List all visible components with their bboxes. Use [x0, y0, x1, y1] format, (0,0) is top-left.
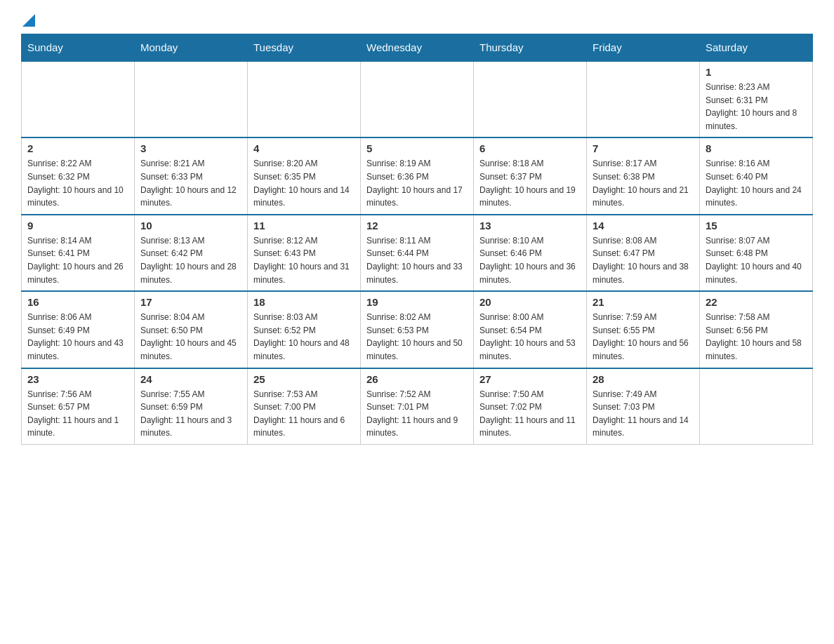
- day-number: 16: [27, 296, 128, 308]
- day-number: 18: [253, 296, 355, 308]
- calendar-cell: [700, 368, 813, 445]
- day-info: Sunrise: 8:21 AM Sunset: 6:33 PM Dayligh…: [140, 157, 241, 209]
- calendar-cell: 6Sunrise: 8:18 AM Sunset: 6:37 PM Daylig…: [474, 137, 587, 214]
- day-info: Sunrise: 7:56 AM Sunset: 6:57 PM Dayligh…: [27, 388, 128, 440]
- day-number: 8: [706, 142, 807, 154]
- calendar-cell: 10Sunrise: 8:13 AM Sunset: 6:42 PM Dayli…: [135, 215, 248, 291]
- day-number: 3: [140, 142, 241, 154]
- calendar-cell: 5Sunrise: 8:19 AM Sunset: 6:36 PM Daylig…: [361, 137, 474, 214]
- weekday-header-monday: Monday: [135, 34, 248, 62]
- day-info: Sunrise: 8:08 AM Sunset: 6:47 PM Dayligh…: [593, 234, 694, 286]
- day-number: 23: [27, 373, 128, 385]
- calendar-cell: [474, 61, 587, 137]
- calendar-cell: 28Sunrise: 7:49 AM Sunset: 7:03 PM Dayli…: [587, 368, 700, 445]
- day-info: Sunrise: 8:02 AM Sunset: 6:53 PM Dayligh…: [366, 311, 468, 363]
- calendar-cell: 26Sunrise: 7:52 AM Sunset: 7:01 PM Dayli…: [361, 368, 474, 445]
- weekday-header-saturday: Saturday: [700, 34, 813, 62]
- day-info: Sunrise: 8:03 AM Sunset: 6:52 PM Dayligh…: [253, 311, 355, 363]
- week-row-2: 2Sunrise: 8:22 AM Sunset: 6:32 PM Daylig…: [22, 137, 813, 214]
- calendar-cell: 3Sunrise: 8:21 AM Sunset: 6:33 PM Daylig…: [135, 137, 248, 214]
- page-header: [21, 14, 813, 27]
- day-number: 22: [706, 296, 807, 308]
- calendar-cell: 11Sunrise: 8:12 AM Sunset: 6:43 PM Dayli…: [248, 215, 361, 291]
- day-number: 27: [479, 373, 581, 385]
- day-number: 13: [479, 220, 581, 232]
- calendar-cell: 2Sunrise: 8:22 AM Sunset: 6:32 PM Daylig…: [22, 137, 135, 214]
- day-info: Sunrise: 8:18 AM Sunset: 6:37 PM Dayligh…: [479, 157, 581, 209]
- day-info: Sunrise: 7:59 AM Sunset: 6:55 PM Dayligh…: [593, 311, 694, 363]
- calendar-table: SundayMondayTuesdayWednesdayThursdayFrid…: [21, 34, 813, 445]
- calendar-cell: 24Sunrise: 7:55 AM Sunset: 6:59 PM Dayli…: [135, 368, 248, 445]
- day-number: 2: [27, 142, 128, 154]
- day-info: Sunrise: 7:49 AM Sunset: 7:03 PM Dayligh…: [593, 388, 694, 440]
- day-number: 9: [27, 220, 128, 232]
- calendar-cell: 13Sunrise: 8:10 AM Sunset: 6:46 PM Dayli…: [474, 215, 587, 291]
- day-number: 24: [140, 373, 241, 385]
- day-number: 4: [253, 142, 355, 154]
- day-info: Sunrise: 8:16 AM Sunset: 6:40 PM Dayligh…: [706, 157, 807, 209]
- weekday-header-row: SundayMondayTuesdayWednesdayThursdayFrid…: [22, 34, 813, 62]
- calendar-cell: 4Sunrise: 8:20 AM Sunset: 6:35 PM Daylig…: [248, 137, 361, 214]
- day-info: Sunrise: 7:52 AM Sunset: 7:01 PM Dayligh…: [366, 388, 468, 440]
- calendar-cell: 18Sunrise: 8:03 AM Sunset: 6:52 PM Dayli…: [248, 291, 361, 368]
- week-row-3: 9Sunrise: 8:14 AM Sunset: 6:41 PM Daylig…: [22, 215, 813, 291]
- calendar-cell: 14Sunrise: 8:08 AM Sunset: 6:47 PM Dayli…: [587, 215, 700, 291]
- calendar-cell: 22Sunrise: 7:58 AM Sunset: 6:56 PM Dayli…: [700, 291, 813, 368]
- weekday-header-thursday: Thursday: [474, 34, 587, 62]
- day-info: Sunrise: 7:55 AM Sunset: 6:59 PM Dayligh…: [140, 388, 241, 440]
- calendar-cell: [135, 61, 248, 137]
- day-info: Sunrise: 7:50 AM Sunset: 7:02 PM Dayligh…: [479, 388, 581, 440]
- day-number: 25: [253, 373, 355, 385]
- day-number: 15: [706, 220, 807, 232]
- day-info: Sunrise: 8:17 AM Sunset: 6:38 PM Dayligh…: [593, 157, 694, 209]
- calendar-cell: [248, 61, 361, 137]
- day-info: Sunrise: 8:19 AM Sunset: 6:36 PM Dayligh…: [366, 157, 468, 209]
- day-info: Sunrise: 8:10 AM Sunset: 6:46 PM Dayligh…: [479, 234, 581, 286]
- calendar-cell: 9Sunrise: 8:14 AM Sunset: 6:41 PM Daylig…: [22, 215, 135, 291]
- day-info: Sunrise: 7:58 AM Sunset: 6:56 PM Dayligh…: [706, 311, 807, 363]
- day-info: Sunrise: 8:12 AM Sunset: 6:43 PM Dayligh…: [253, 234, 355, 286]
- day-number: 28: [593, 373, 694, 385]
- week-row-5: 23Sunrise: 7:56 AM Sunset: 6:57 PM Dayli…: [22, 368, 813, 445]
- day-number: 17: [140, 296, 241, 308]
- calendar-cell: 8Sunrise: 8:16 AM Sunset: 6:40 PM Daylig…: [700, 137, 813, 214]
- calendar-cell: 27Sunrise: 7:50 AM Sunset: 7:02 PM Dayli…: [474, 368, 587, 445]
- day-number: 14: [593, 220, 694, 232]
- day-info: Sunrise: 8:04 AM Sunset: 6:50 PM Dayligh…: [140, 311, 241, 363]
- calendar-cell: 23Sunrise: 7:56 AM Sunset: 6:57 PM Dayli…: [22, 368, 135, 445]
- weekday-header-sunday: Sunday: [22, 34, 135, 62]
- day-number: 20: [479, 296, 581, 308]
- calendar-cell: 16Sunrise: 8:06 AM Sunset: 6:49 PM Dayli…: [22, 291, 135, 368]
- week-row-1: 1Sunrise: 8:23 AM Sunset: 6:31 PM Daylig…: [22, 61, 813, 137]
- day-info: Sunrise: 8:00 AM Sunset: 6:54 PM Dayligh…: [479, 311, 581, 363]
- day-number: 26: [366, 373, 468, 385]
- calendar-cell: 25Sunrise: 7:53 AM Sunset: 7:00 PM Dayli…: [248, 368, 361, 445]
- calendar-cell: [361, 61, 474, 137]
- day-info: Sunrise: 7:53 AM Sunset: 7:00 PM Dayligh…: [253, 388, 355, 440]
- weekday-header-wednesday: Wednesday: [361, 34, 474, 62]
- weekday-header-tuesday: Tuesday: [248, 34, 361, 62]
- calendar-cell: 21Sunrise: 7:59 AM Sunset: 6:55 PM Dayli…: [587, 291, 700, 368]
- day-info: Sunrise: 8:06 AM Sunset: 6:49 PM Dayligh…: [27, 311, 128, 363]
- day-number: 21: [593, 296, 694, 308]
- calendar-cell: 15Sunrise: 8:07 AM Sunset: 6:48 PM Dayli…: [700, 215, 813, 291]
- calendar-cell: [587, 61, 700, 137]
- day-number: 6: [479, 142, 581, 154]
- day-info: Sunrise: 8:22 AM Sunset: 6:32 PM Dayligh…: [27, 157, 128, 209]
- day-number: 1: [706, 66, 807, 78]
- calendar-cell: 20Sunrise: 8:00 AM Sunset: 6:54 PM Dayli…: [474, 291, 587, 368]
- day-info: Sunrise: 8:20 AM Sunset: 6:35 PM Dayligh…: [253, 157, 355, 209]
- calendar-cell: 12Sunrise: 8:11 AM Sunset: 6:44 PM Dayli…: [361, 215, 474, 291]
- day-info: Sunrise: 8:14 AM Sunset: 6:41 PM Dayligh…: [27, 234, 128, 286]
- calendar-cell: 17Sunrise: 8:04 AM Sunset: 6:50 PM Dayli…: [135, 291, 248, 368]
- day-number: 11: [253, 220, 355, 232]
- day-number: 10: [140, 220, 241, 232]
- weekday-header-friday: Friday: [587, 34, 700, 62]
- day-number: 7: [593, 142, 694, 154]
- calendar-cell: 1Sunrise: 8:23 AM Sunset: 6:31 PM Daylig…: [700, 61, 813, 137]
- svg-marker-0: [22, 14, 35, 27]
- day-info: Sunrise: 8:23 AM Sunset: 6:31 PM Dayligh…: [706, 81, 807, 133]
- day-info: Sunrise: 8:11 AM Sunset: 6:44 PM Dayligh…: [366, 234, 468, 286]
- day-number: 19: [366, 296, 468, 308]
- calendar-cell: [22, 61, 135, 137]
